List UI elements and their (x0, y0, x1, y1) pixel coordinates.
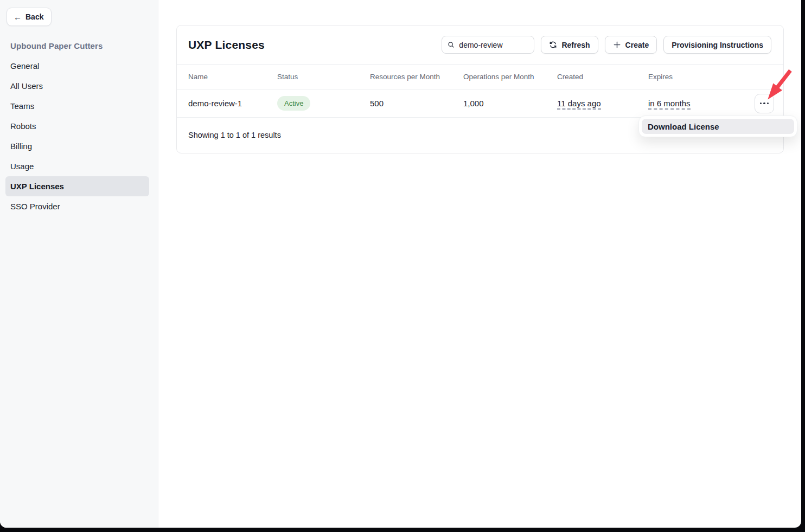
column-header-expires: Expires (648, 73, 753, 81)
resources-per-month-value: 500 (370, 99, 463, 108)
license-name: demo-review-1 (188, 99, 277, 108)
column-header-operations: Operations per Month (463, 73, 557, 81)
toolbar: Refresh Create Provisioning Instructions (442, 36, 771, 54)
provisioning-instructions-button[interactable]: Provisioning Instructions (663, 36, 771, 54)
sidebar-item-uxp-licenses[interactable]: UXP Licenses (5, 176, 149, 196)
sidebar: ← Back Upbound Paper Cutters General All… (0, 0, 158, 528)
column-header-status: Status (277, 73, 370, 81)
refresh-icon (549, 41, 557, 49)
ellipsis-icon (760, 102, 762, 104)
table-row: demo-review-1 Active 500 1,000 11 days a… (177, 89, 783, 118)
back-arrow-icon: ← (14, 13, 22, 21)
menu-item-download-license[interactable]: Download License (642, 119, 794, 134)
sidebar-item-general[interactable]: General (0, 56, 158, 76)
create-button[interactable]: Create (605, 36, 657, 54)
search-icon (448, 41, 455, 49)
search-box[interactable] (442, 36, 534, 54)
refresh-button[interactable]: Refresh (541, 36, 598, 54)
create-button-label: Create (625, 41, 649, 49)
status-badge: Active (277, 96, 310, 111)
page-title: UXP Licenses (188, 39, 265, 52)
sidebar-item-usage[interactable]: Usage (0, 156, 158, 176)
provisioning-instructions-label: Provisioning Instructions (672, 41, 763, 49)
row-actions-button[interactable] (755, 94, 774, 113)
refresh-button-label: Refresh (561, 41, 590, 49)
column-header-resources: Resources per Month (370, 73, 463, 81)
sidebar-item-robots[interactable]: Robots (0, 116, 158, 136)
app-window: ← Back Upbound Paper Cutters General All… (0, 0, 801, 528)
sidebar-item-all-users[interactable]: All Users (0, 76, 158, 96)
org-name: Upbound Paper Cutters (0, 36, 158, 56)
sidebar-nav: Upbound Paper Cutters General All Users … (0, 36, 158, 216)
sidebar-item-teams[interactable]: Teams (0, 96, 158, 116)
card-header: UXP Licenses Refresh (177, 25, 783, 65)
back-button[interactable]: ← Back (7, 8, 52, 26)
column-header-created: Created (557, 73, 648, 81)
back-button-label: Back (25, 12, 43, 21)
row-actions-menu: Download License (638, 116, 797, 137)
search-input[interactable] (459, 41, 528, 49)
plus-icon (613, 41, 621, 49)
table-header: Name Status Resources per Month Operatio… (177, 65, 783, 89)
expires-value[interactable]: in 6 months (648, 99, 691, 110)
sidebar-item-sso-provider[interactable]: SSO Provider (0, 196, 158, 216)
created-value[interactable]: 11 days ago (557, 99, 601, 110)
column-header-name: Name (188, 73, 277, 81)
sidebar-item-billing[interactable]: Billing (0, 136, 158, 156)
operations-per-month-value: 1,000 (463, 99, 557, 108)
